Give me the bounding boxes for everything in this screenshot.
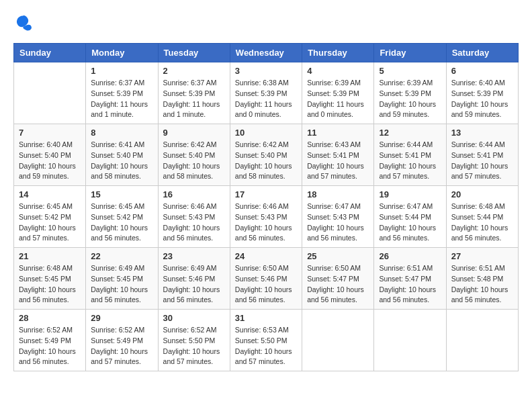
- day-info: Sunrise: 6:50 AM Sunset: 5:47 PM Dayligh…: [307, 263, 369, 306]
- daylight: Daylight: 10 hours and 56 minutes.: [163, 224, 220, 242]
- sunrise: Sunrise: 6:45 AM: [19, 202, 73, 210]
- day-info: Sunrise: 6:53 AM Sunset: 5:50 PM Dayligh…: [235, 325, 297, 367]
- day-info: Sunrise: 6:42 AM Sunset: 5:40 PM Dayligh…: [163, 140, 225, 182]
- sunset: Sunset: 5:41 PM: [307, 151, 359, 159]
- sunset: Sunset: 5:45 PM: [91, 275, 143, 283]
- calendar-cell: 4 Sunrise: 6:39 AM Sunset: 5:39 PM Dayli…: [302, 62, 374, 124]
- sunrise: Sunrise: 6:42 AM: [163, 140, 217, 148]
- sunset: Sunset: 5:45 PM: [19, 275, 71, 283]
- sunrise: Sunrise: 6:51 AM: [451, 264, 505, 272]
- daylight: Daylight: 11 hours and 1 minute.: [163, 100, 220, 119]
- day-info: Sunrise: 6:41 AM Sunset: 5:40 PM Dayligh…: [91, 140, 152, 182]
- sunrise: Sunrise: 6:51 AM: [379, 264, 433, 272]
- sunrise: Sunrise: 6:44 AM: [379, 140, 433, 148]
- day-number: 8: [91, 128, 152, 138]
- day-number: 27: [451, 251, 513, 261]
- sunrise: Sunrise: 6:52 AM: [163, 326, 217, 334]
- logo-icon: [13, 13, 32, 32]
- sunrise: Sunrise: 6:37 AM: [163, 79, 217, 87]
- day-number: 12: [379, 128, 441, 138]
- day-info: Sunrise: 6:44 AM Sunset: 5:41 PM Dayligh…: [379, 140, 441, 182]
- sunset: Sunset: 5:39 PM: [451, 89, 504, 97]
- day-info: Sunrise: 6:50 AM Sunset: 5:46 PM Dayligh…: [235, 263, 297, 306]
- sunset: Sunset: 5:42 PM: [19, 213, 71, 221]
- day-number: 31: [235, 313, 297, 323]
- calendar: SundayMondayTuesdayWednesdayThursdayFrid…: [13, 43, 519, 371]
- day-number: 28: [19, 313, 81, 323]
- calendar-cell: 9 Sunrise: 6:42 AM Sunset: 5:40 PM Dayli…: [158, 124, 230, 186]
- day-number: 29: [91, 313, 152, 323]
- day-number: 15: [91, 189, 152, 199]
- calendar-cell: 19 Sunrise: 6:47 AM Sunset: 5:44 PM Dayl…: [374, 186, 446, 248]
- sunrise: Sunrise: 6:53 AM: [235, 326, 289, 334]
- sunrise: Sunrise: 6:46 AM: [235, 202, 289, 210]
- calendar-cell: 20 Sunrise: 6:48 AM Sunset: 5:44 PM Dayl…: [446, 186, 518, 248]
- sunrise: Sunrise: 6:50 AM: [307, 264, 361, 272]
- sunset: Sunset: 5:39 PM: [163, 89, 216, 97]
- day-number: 5: [379, 66, 441, 76]
- daylight: Daylight: 10 hours and 57 minutes.: [19, 224, 76, 242]
- day-number: 3: [235, 66, 297, 76]
- sunset: Sunset: 5:40 PM: [163, 151, 216, 159]
- week-row-0: 1 Sunrise: 6:37 AM Sunset: 5:39 PM Dayli…: [14, 62, 519, 124]
- calendar-cell: 7 Sunrise: 6:40 AM Sunset: 5:40 PM Dayli…: [14, 124, 86, 186]
- day-info: Sunrise: 6:40 AM Sunset: 5:40 PM Dayligh…: [19, 140, 81, 182]
- daylight: Daylight: 10 hours and 56 minutes.: [91, 285, 148, 304]
- calendar-cell: 14 Sunrise: 6:45 AM Sunset: 5:42 PM Dayl…: [14, 186, 86, 248]
- day-info: Sunrise: 6:37 AM Sunset: 5:39 PM Dayligh…: [91, 78, 152, 120]
- sunset: Sunset: 5:42 PM: [91, 213, 143, 221]
- week-row-4: 28 Sunrise: 6:52 AM Sunset: 5:49 PM Dayl…: [14, 310, 519, 371]
- daylight: Daylight: 10 hours and 56 minutes.: [307, 224, 364, 242]
- calendar-cell: 13 Sunrise: 6:44 AM Sunset: 5:41 PM Dayl…: [446, 124, 518, 186]
- header: [13, 13, 519, 32]
- daylight: Daylight: 10 hours and 59 minutes.: [451, 100, 508, 119]
- calendar-cell: 16 Sunrise: 6:46 AM Sunset: 5:43 PM Dayl…: [158, 186, 230, 248]
- calendar-cell: 31 Sunrise: 6:53 AM Sunset: 5:50 PM Dayl…: [230, 310, 302, 371]
- sunset: Sunset: 5:39 PM: [379, 89, 431, 97]
- day-info: Sunrise: 6:51 AM Sunset: 5:48 PM Dayligh…: [451, 263, 513, 306]
- sunset: Sunset: 5:43 PM: [163, 213, 216, 221]
- calendar-cell: [446, 310, 518, 371]
- day-info: Sunrise: 6:51 AM Sunset: 5:47 PM Dayligh…: [379, 263, 441, 306]
- calendar-cell: 21 Sunrise: 6:48 AM Sunset: 5:45 PM Dayl…: [14, 248, 86, 310]
- calendar-cell: 28 Sunrise: 6:52 AM Sunset: 5:49 PM Dayl…: [14, 310, 86, 371]
- calendar-cell: 3 Sunrise: 6:38 AM Sunset: 5:39 PM Dayli…: [230, 62, 302, 124]
- day-info: Sunrise: 6:44 AM Sunset: 5:41 PM Dayligh…: [451, 140, 513, 182]
- sunrise: Sunrise: 6:47 AM: [307, 202, 361, 210]
- daylight: Daylight: 10 hours and 57 minutes.: [307, 162, 364, 181]
- sunset: Sunset: 5:40 PM: [235, 151, 287, 159]
- weekday-header-monday: Monday: [86, 44, 158, 62]
- calendar-cell: [14, 62, 86, 124]
- day-info: Sunrise: 6:49 AM Sunset: 5:45 PM Dayligh…: [91, 263, 152, 306]
- calendar-cell: 22 Sunrise: 6:49 AM Sunset: 5:45 PM Dayl…: [86, 248, 158, 310]
- sunrise: Sunrise: 6:42 AM: [235, 140, 289, 148]
- day-number: 21: [19, 251, 81, 261]
- calendar-cell: 15 Sunrise: 6:45 AM Sunset: 5:42 PM Dayl…: [86, 186, 158, 248]
- daylight: Daylight: 10 hours and 56 minutes.: [235, 285, 292, 304]
- day-number: 19: [379, 189, 441, 199]
- calendar-cell: 12 Sunrise: 6:44 AM Sunset: 5:41 PM Dayl…: [374, 124, 446, 186]
- sunset: Sunset: 5:44 PM: [379, 213, 431, 221]
- daylight: Daylight: 10 hours and 56 minutes.: [91, 224, 148, 242]
- day-number: 11: [307, 128, 369, 138]
- day-number: 16: [163, 189, 225, 199]
- day-number: 25: [307, 251, 369, 261]
- calendar-cell: 1 Sunrise: 6:37 AM Sunset: 5:39 PM Dayli…: [86, 62, 158, 124]
- sunset: Sunset: 5:41 PM: [451, 151, 504, 159]
- day-info: Sunrise: 6:48 AM Sunset: 5:45 PM Dayligh…: [19, 263, 81, 306]
- daylight: Daylight: 10 hours and 56 minutes.: [307, 285, 364, 304]
- sunrise: Sunrise: 6:48 AM: [19, 264, 73, 272]
- weekday-header-row: SundayMondayTuesdayWednesdayThursdayFrid…: [14, 44, 519, 62]
- calendar-cell: 10 Sunrise: 6:42 AM Sunset: 5:40 PM Dayl…: [230, 124, 302, 186]
- day-info: Sunrise: 6:46 AM Sunset: 5:43 PM Dayligh…: [163, 201, 225, 244]
- sunset: Sunset: 5:39 PM: [91, 89, 143, 97]
- week-row-1: 7 Sunrise: 6:40 AM Sunset: 5:40 PM Dayli…: [14, 124, 519, 186]
- sunrise: Sunrise: 6:40 AM: [19, 140, 73, 148]
- sunset: Sunset: 5:40 PM: [91, 151, 143, 159]
- sunset: Sunset: 5:50 PM: [163, 336, 216, 345]
- day-number: 14: [19, 189, 81, 199]
- sunrise: Sunrise: 6:47 AM: [379, 202, 433, 210]
- daylight: Daylight: 10 hours and 57 minutes.: [91, 347, 148, 366]
- sunset: Sunset: 5:47 PM: [307, 275, 359, 283]
- day-number: 2: [163, 66, 225, 76]
